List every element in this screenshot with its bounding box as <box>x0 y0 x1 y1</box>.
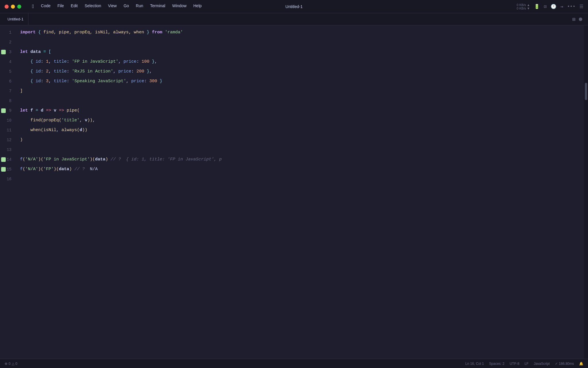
code-line-13 <box>20 145 584 155</box>
titlebar:  Code File Edit Selection View Go Run T… <box>0 0 588 13</box>
line-num-2: 2 <box>6 37 16 47</box>
titlebar-right: 0 KB/s ▲0 KB/s ▼ 🔋 ⊡ 🕐 ⇥ ••• ☰ <box>517 3 583 10</box>
line-num-11: 11 <box>6 125 16 135</box>
line-num-1: 1 <box>6 28 16 37</box>
line-num-13: 13 <box>6 145 16 155</box>
menu-window[interactable]: Window <box>169 3 189 10</box>
tab-untitled-1[interactable]: Untitled-1 <box>3 13 28 25</box>
code-line-10: find(propEq('title', v)), <box>20 116 584 125</box>
line-num-7: 7 <box>6 86 16 96</box>
menu-help[interactable]: Help <box>191 3 205 10</box>
gutter-line-12: 12 <box>0 135 17 145</box>
menu-file[interactable]: File <box>55 3 67 10</box>
menu-selection[interactable]: Selection <box>82 3 104 10</box>
error-count[interactable]: ⊗ 0 △ 0 <box>5 362 17 366</box>
error-icon: ⊗ <box>5 362 7 366</box>
menu-edit[interactable]: Edit <box>68 3 81 10</box>
dot-icon <box>579 18 582 21</box>
gutter-line-13: 13 <box>0 145 17 155</box>
code-line-1: import { find, pipe, propEq, isNil, alwa… <box>20 28 584 37</box>
menu-terminal[interactable]: Terminal <box>147 3 168 10</box>
line-num-4: 4 <box>6 57 16 67</box>
statusbar-right: Ln 16, Col 1 Spaces: 2 UTF-8 LF JavaScri… <box>465 362 583 366</box>
warning-number: 0 <box>16 362 18 366</box>
maximize-button[interactable] <box>17 5 21 9</box>
code-line-7: ] <box>20 86 584 96</box>
tab-right-icons: ⊞ <box>569 13 585 25</box>
encoding-indicator[interactable]: UTF-8 <box>510 362 519 366</box>
statusbar-left: ⊗ 0 △ 0 <box>5 362 17 366</box>
code-line-5: { id: 2, title: 'RxJS in Action', price:… <box>20 67 584 76</box>
code-line-8 <box>20 96 584 106</box>
battery-icon[interactable]: 🔋 <box>534 4 540 9</box>
more-icon[interactable]: ••• <box>567 4 575 9</box>
line-num-16: 16 <box>6 174 16 184</box>
clock-icon[interactable]: 🕐 <box>551 4 556 9</box>
window-title: Untitled-1 <box>285 4 303 9</box>
editor: 1 2 3 4 5 6 7 8 <box>0 25 588 359</box>
bp-9[interactable] <box>1 108 6 113</box>
code-area[interactable]: import { find, pipe, propEq, isNil, alwa… <box>17 25 584 359</box>
bp-10 <box>1 118 6 123</box>
tab-label: Untitled-1 <box>7 17 24 21</box>
code-line-9: let f = d => v => pipe( <box>20 106 584 116</box>
menu-go[interactable]: Go <box>121 3 132 10</box>
gutter-line-3: 3 <box>0 47 17 57</box>
code-line-16 <box>20 174 584 184</box>
bp-1 <box>1 30 6 35</box>
bp-13 <box>1 147 6 152</box>
spaces-indicator[interactable]: Spaces: 2 <box>489 362 504 366</box>
bp-15[interactable] <box>1 167 6 172</box>
gutter-line-11: 11 <box>0 125 17 135</box>
split-view-icon[interactable]: ⊞ <box>572 16 575 22</box>
language-indicator[interactable]: JavaScript <box>534 362 550 366</box>
code-line-14: f('N/A')('FP in JavaScript')(data) // ? … <box>20 155 584 164</box>
code-line-15: f('N/A')('FP')(data) // ? N/A <box>20 164 584 174</box>
gutter-line-9: 9 <box>0 106 17 116</box>
traffic-lights <box>5 5 21 9</box>
gutter-line-1: 1 <box>0 28 17 37</box>
line-num-15: 15 <box>6 164 16 174</box>
bp-6 <box>1 79 6 84</box>
gutter: 1 2 3 4 5 6 7 8 <box>0 25 17 359</box>
scrollbar-track[interactable] <box>584 25 588 359</box>
line-num-14: 14 <box>6 155 16 164</box>
arrow-icon[interactable]: ⇥ <box>560 4 563 9</box>
list-icon[interactable]: ☰ <box>579 4 583 9</box>
line-num-5: 5 <box>6 67 16 76</box>
line-num-8: 8 <box>6 96 16 106</box>
network-usage: 0 KB/s ▲0 KB/s ▼ <box>517 3 530 10</box>
gutter-line-4: 4 <box>0 57 17 67</box>
tab-list: Untitled-1 <box>3 13 28 25</box>
bp-5 <box>1 69 6 74</box>
bp-14[interactable] <box>1 157 6 162</box>
gutter-line-2: 2 <box>0 37 17 47</box>
gutter-line-7: 7 <box>0 86 17 96</box>
line-num-9: 9 <box>6 106 16 116</box>
menu-view[interactable]: View <box>105 3 119 10</box>
menu-run[interactable]: Run <box>133 3 146 10</box>
bell-icon[interactable]: 🔔 <box>579 362 583 366</box>
eol-indicator[interactable]: LF <box>525 362 529 366</box>
bp-2 <box>1 40 6 45</box>
tab-bar: Untitled-1 ⊞ <box>0 13 588 25</box>
airplay-icon[interactable]: ⊡ <box>544 4 547 9</box>
scrollbar-thumb[interactable] <box>585 83 587 100</box>
titlebar-left:  Code File Edit Selection View Go Run T… <box>5 3 204 10</box>
bp-3[interactable] <box>1 50 6 54</box>
code-line-6: { id: 3, title: 'Speaking JavaScript', p… <box>20 76 584 86</box>
status-bar: ⊗ 0 △ 0 Ln 16, Col 1 Spaces: 2 UTF-8 LF … <box>0 359 588 368</box>
gutter-line-8: 8 <box>0 96 17 106</box>
apple-menu[interactable]:  <box>29 3 37 10</box>
menu-code[interactable]: Code <box>38 3 53 10</box>
line-num-12: 12 <box>6 135 16 145</box>
cursor-position[interactable]: Ln 16, Col 1 <box>465 362 484 366</box>
minimize-button[interactable] <box>11 5 15 9</box>
menu-bar:  Code File Edit Selection View Go Run T… <box>29 3 204 10</box>
bp-16 <box>1 177 6 181</box>
close-button[interactable] <box>5 5 9 9</box>
warning-icon: △ <box>12 362 14 366</box>
line-num-3: 3 <box>6 47 16 57</box>
gutter-line-10: 10 <box>0 116 17 125</box>
line-num-10: 10 <box>6 116 16 125</box>
